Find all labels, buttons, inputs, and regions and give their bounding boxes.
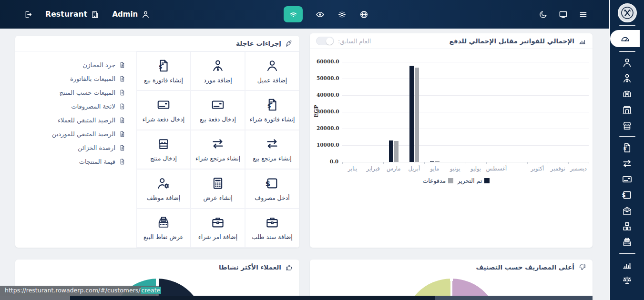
sidebar-item-payroll[interactable] (610, 204, 644, 217)
quick-action-label: إنشاء عرض (203, 194, 232, 201)
legend-item[interactable]: مدفوعات (423, 177, 454, 184)
quick-action-tile[interactable]: إضافة موظف (136, 169, 191, 208)
quick-action-tile[interactable]: إدخال دفعة بيع (191, 90, 245, 130)
brand-group[interactable]: Resturant (45, 10, 100, 19)
quick-action-tile[interactable]: $إنشاء فاتورة شراء (245, 90, 299, 130)
invoices-chart-card: الإجمالي للفواتير مقابل الإجمالي للدفع ا… (310, 33, 593, 248)
globe-icon[interactable] (359, 10, 368, 19)
restaurant-logo[interactable] (618, 3, 637, 22)
quick-action-label: إضافة سند طلب (252, 233, 293, 240)
quick-action-tile[interactable]: إضافة مورد (191, 51, 245, 90)
legend-item[interactable]: تم التحرير (457, 177, 490, 184)
quick-action-tile[interactable]: إنشاء عرض (191, 169, 245, 208)
menu-icon[interactable] (579, 10, 588, 19)
svg-text:$: $ (266, 180, 270, 188)
quick-action-tile[interactable]: إنشاء مرتجع شراء (191, 130, 245, 169)
gear-icon[interactable] (337, 10, 347, 19)
x-axis-tickmark (466, 162, 466, 164)
bar-released (430, 161, 434, 162)
y-gridline (342, 95, 589, 96)
report-link-label: المبيعات حسب المنتج (60, 89, 115, 96)
sidebar-item-products[interactable] (610, 220, 644, 233)
user-menu[interactable]: Admin (112, 10, 150, 19)
person-tie-icon (622, 73, 633, 84)
moon-icon[interactable] (539, 10, 548, 19)
y-gridline (342, 79, 589, 79)
store-icon (622, 120, 633, 131)
quick-action-tile[interactable]: إنشاء مرتجع بيع (245, 130, 299, 169)
sidebar-item-returns[interactable] (610, 157, 644, 170)
building-icon (91, 10, 100, 19)
report-link[interactable]: جرد المخازن (83, 59, 126, 71)
document-icon (119, 117, 126, 124)
user-name: Admin (112, 10, 138, 19)
report-link[interactable]: المبيعات بالفاتورة (70, 73, 126, 85)
report-link[interactable]: ارصدة الخزائن (78, 142, 126, 154)
scales-icon (622, 275, 633, 286)
sidebar: $$ (609, 0, 644, 300)
connection-status-button[interactable] (284, 6, 303, 22)
legend-label: تم التحرير (457, 177, 482, 184)
x-axis-tickmark (383, 162, 384, 164)
dollar-square-icon: $ (265, 176, 279, 190)
transfer-icon (622, 158, 633, 169)
top-navbar: Resturant Admin (0, 0, 609, 29)
sidebar-item-accounting[interactable] (610, 274, 644, 287)
dollar-square-icon: $ (622, 190, 633, 200)
x-axis-tickmark (568, 162, 569, 164)
quick-action-tile[interactable]: إضافة امر شراء (191, 209, 245, 248)
previous-year-toggle[interactable] (316, 37, 334, 45)
sidebar-divider (619, 51, 635, 52)
report-links-list: جرد المخازنالمبيعات بالفاتورةالمبيعات حس… (15, 51, 136, 248)
x-axis-tickmark (589, 162, 589, 164)
sidebar-item-invoices[interactable]: $ (610, 141, 644, 154)
rocket-icon (285, 40, 293, 48)
quick-action-label: إدخال دفعة شراء (143, 116, 185, 123)
register-icon (622, 237, 633, 248)
sidebar-item-warehouses[interactable] (610, 103, 644, 116)
quick-action-tile[interactable]: $أدخل مصروف (245, 169, 299, 208)
legend-swatch (484, 178, 490, 183)
report-link[interactable]: لائحة المصروفات (71, 100, 126, 112)
report-link[interactable]: الرصيد المتبقي للعملاء (58, 114, 126, 126)
report-link[interactable]: قيمة المنتجات (79, 156, 126, 168)
document-icon (119, 103, 126, 110)
y-gridline (342, 62, 589, 62)
sidebar-item-payments[interactable] (610, 173, 644, 186)
sidebar-item-store[interactable] (610, 119, 644, 132)
quick-action-tile[interactable]: إدخال دفعة شراء (136, 90, 191, 130)
monitor-icon[interactable] (559, 10, 568, 19)
y-axis-tick-label: 50000.0 (317, 75, 338, 81)
report-link-label: ارصدة الخزائن (78, 144, 115, 151)
navbar-center-group (284, 0, 368, 29)
quick-action-tile[interactable]: $إنشاء فاتورة بيع (136, 51, 191, 90)
report-link[interactable]: الرصيد المتبقي للموردين (52, 128, 126, 140)
quick-action-label: إدخال منتج (150, 155, 177, 162)
y-axis-tick-label: 20000.0 (317, 125, 338, 131)
quick-action-tile[interactable]: إدخال منتج (136, 130, 191, 169)
sidebar-divider (619, 136, 635, 137)
sidebar-item-expenses[interactable]: $ (610, 189, 644, 201)
quick-actions-header: إجراءات عاجلة (15, 36, 299, 51)
sidebar-item-reports[interactable] (610, 258, 644, 271)
document-icon (119, 158, 126, 165)
x-axis-tickmark (548, 162, 548, 164)
bar-paid (415, 68, 419, 162)
quick-action-tile[interactable]: إضافة عميل (245, 51, 299, 90)
sidebar-item-dashboard[interactable] (610, 30, 640, 47)
report-link[interactable]: المبيعات حسب المنتج (60, 87, 126, 99)
document-icon (119, 144, 126, 151)
sidebar-item-pos[interactable] (610, 236, 644, 249)
y-gridline (342, 129, 589, 129)
bottom-strip-right (435, 296, 593, 300)
logout-icon[interactable] (24, 10, 33, 19)
sidebar-item-treasury[interactable] (610, 88, 644, 100)
quick-action-tile[interactable]: إضافة سند طلب (245, 209, 299, 248)
eye-icon[interactable] (316, 10, 325, 19)
x-axis-tickmark (507, 162, 507, 164)
quick-action-tile[interactable]: عرض نقاط البيع (136, 209, 191, 248)
sidebar-item-suppliers[interactable] (610, 72, 644, 85)
quick-action-label: إضافة موظف (147, 194, 181, 201)
sidebar-item-customers[interactable] (610, 56, 644, 69)
legend-swatch (448, 178, 453, 183)
